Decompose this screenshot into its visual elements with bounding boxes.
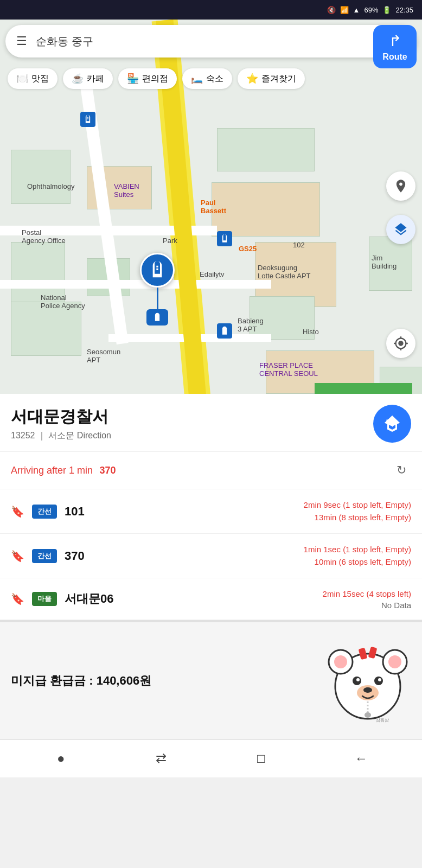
place-code: 13252 (11, 431, 35, 440)
building-block (217, 128, 315, 171)
home-icon: ● (57, 751, 65, 766)
place-direction: 서소문 Direction (48, 431, 111, 440)
map-label-jim: JimBuilding (372, 254, 397, 270)
restaurant-icon: 🍽️ (16, 73, 28, 85)
svg-point-3 (334, 655, 347, 668)
signal-icon: ▲ (353, 6, 360, 14)
arrival-bus-number: 370 (100, 465, 116, 476)
map-label-edailytv: Edailytv (200, 270, 225, 278)
map-label-police: NationalPolice Agency (41, 293, 85, 310)
place-info-section: 서대문경찰서 13252 ｜ 서소문 Direction (0, 394, 422, 452)
route-arrow-icon: ↱ (389, 32, 401, 50)
building-block (212, 182, 320, 237)
bookmark-icon-2[interactable]: 🔖 (11, 550, 24, 563)
refresh-button[interactable]: ↻ (392, 461, 411, 480)
bus-row: 🔖 간선 101 2min 9sec (1 stop left, Empty) … (0, 489, 422, 534)
chip-restaurant[interactable]: 🍽️ 맛집 (8, 68, 57, 89)
bus-list: 🔖 간선 101 2min 9sec (1 stop left, Empty) … (0, 489, 422, 620)
place-separator: ｜ (37, 431, 48, 440)
map-label-histo: Histo (303, 328, 319, 336)
arrival-text: Arriving after 1 min (11, 465, 93, 476)
back-icon: ← (355, 751, 368, 766)
convenience-icon: 🏪 (127, 73, 139, 85)
map-label-ophthalmology: Ophthalmology (27, 182, 74, 190)
bus-badge-1: 간선 (32, 505, 57, 519)
chip-accommodation[interactable]: 🛏️ 숙소 (182, 68, 232, 89)
map-label-paul: PaulBassett (201, 199, 226, 215)
bus-row: 🔖 간선 370 1min 1sec (1 stop left, Empty) … (0, 534, 422, 578)
chip-accommodation-label: 숙소 (206, 73, 223, 85)
bus-location-marker (140, 253, 175, 326)
bookmark-icon-3[interactable]: 🔖 (11, 592, 24, 605)
bus-marker-base (146, 309, 168, 326)
bus-row: 🔖 마을 서대문06 2min 15sec (4 stops left) No … (0, 578, 422, 620)
status-bar: 🔇 📶 ▲ 69% 🔋 22:35 (0, 0, 422, 20)
green-boundary (315, 383, 412, 394)
notification-text: 미지급 환급금 : 140,606원 (11, 673, 151, 689)
bus-badge-2: 간선 (32, 549, 57, 563)
chip-convenience-label: 편의점 (142, 73, 168, 85)
gps-ctrl-button[interactable] (386, 329, 415, 358)
place-details: 서대문경찰서 13252 ｜ 서소문 Direction (11, 406, 111, 442)
navigate-button[interactable] (373, 405, 411, 443)
map-label-park: Park (163, 237, 177, 245)
map-label-postal: PostalAgency Office (22, 228, 66, 245)
bus-time-3-line2: No Data (121, 601, 411, 610)
bookmark-icon-1[interactable]: 🔖 (11, 505, 24, 518)
bus-time-1-line1: 2min 9sec (1 stop left, Empty) (110, 499, 411, 512)
arrival-details: Arriving after 1 min 370 (11, 465, 116, 476)
bus-number-3[interactable]: 서대문06 (65, 591, 113, 607)
chip-restaurant-label: 맛집 (31, 73, 49, 85)
bottom-navigation: ● ⇄ □ ← (0, 739, 422, 777)
chip-cafe[interactable]: ☕ 카페 (63, 68, 113, 89)
bus-stop-marker-3 (217, 323, 232, 339)
arrival-info-section: Arriving after 1 min 370 ↻ (0, 452, 422, 489)
bus-times-3: 2min 15sec (4 stops left) No Data (121, 588, 411, 610)
nav-recent-button[interactable]: □ (245, 742, 277, 775)
chip-convenience[interactable]: 🏪 편의점 (118, 68, 177, 89)
map-label-vabien: VABIENSuites (114, 182, 139, 199)
notification-banner[interactable]: 미지급 환급금 : 140,606원 (0, 620, 422, 739)
search-text[interactable]: 순화동 중구 (36, 34, 378, 49)
nav-home-button[interactable]: ● (44, 742, 77, 775)
chip-favorites[interactable]: ⭐ 즐겨찾기 (238, 68, 305, 89)
nav-transfer-button[interactable]: ⇄ (145, 742, 177, 775)
bus-times-2: 1min 1sec (1 stop left, Empty) 10min (6 … (110, 544, 411, 568)
bottom-panel: 서대문경찰서 13252 ｜ 서소문 Direction Arriving af… (0, 394, 422, 739)
svg-text:삼찜삼: 삼찜삼 (376, 718, 389, 723)
bus-number-2[interactable]: 370 (65, 549, 103, 563)
bus-time-2-line2: 10min (6 stops left, Empty) (110, 556, 411, 569)
horizontal-road-2 (0, 280, 271, 289)
svg-point-7 (356, 678, 360, 681)
bus-badge-3: 마을 (32, 592, 57, 606)
bus-number-1[interactable]: 101 (65, 505, 103, 519)
recent-icon: □ (257, 751, 265, 766)
search-bar[interactable]: ☰ 순화동 중구 (5, 25, 417, 58)
cafe-icon: ☕ (72, 73, 84, 85)
layers-ctrl-button[interactable] (386, 215, 415, 244)
map-label-fraser: FRASER PLACECENTRAL SEOUL (259, 361, 318, 378)
accommodation-icon: 🛏️ (191, 73, 203, 85)
map-label-deoksugung: DeoksugungLotte Castle APT (258, 264, 311, 280)
map-label-babieng: Babieng3 APT (238, 317, 264, 333)
map-area[interactable]: Ophthalmology VABIENSuites PaulBassett P… (0, 20, 422, 394)
bus-stop-marker-1 (80, 112, 95, 127)
battery-icon: 🔋 (382, 6, 391, 14)
place-name: 서대문경찰서 (11, 406, 111, 428)
transfer-icon: ⇄ (156, 751, 167, 766)
location-ctrl-button[interactable] (386, 171, 415, 201)
route-button[interactable]: ↱ Route (373, 25, 417, 68)
nav-back-button[interactable]: ← (345, 742, 378, 775)
bus-time-3-line1: 2min 15sec (4 stops left) (121, 588, 411, 601)
bus-marker-tail (157, 288, 158, 309)
bus-time-2-line1: 1min 1sec (1 stop left, Empty) (110, 544, 411, 556)
mute-icon: 🔇 (327, 6, 336, 14)
chip-favorites-label: 즐겨찾기 (261, 73, 296, 85)
hamburger-icon[interactable]: ☰ (16, 34, 27, 48)
bus-times-1: 2min 9sec (1 stop left, Empty) 13min (8 … (110, 499, 411, 524)
time-text: 22:35 (395, 6, 413, 14)
wifi-icon: 📶 (340, 6, 349, 14)
bear-mascot: 삼찜삼 (324, 637, 411, 724)
bus-time-1-line2: 13min (8 stops left, Empty) (110, 512, 411, 524)
category-chips-bar: 🍽️ 맛집 ☕ 카페 🏪 편의점 🛏️ 숙소 ⭐ 즐겨찾기 (0, 63, 422, 94)
